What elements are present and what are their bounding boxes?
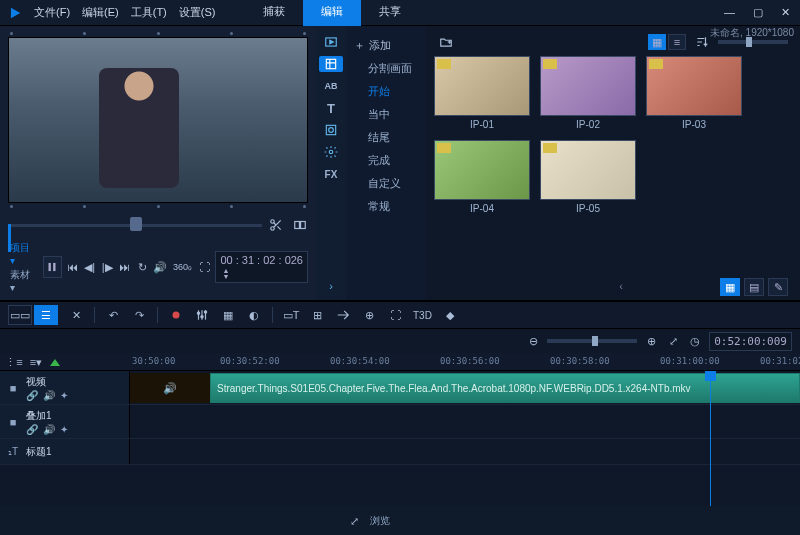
close-button[interactable]: ✕ <box>777 6 794 19</box>
redo-icon[interactable]: ↷ <box>131 307 147 323</box>
thumb-item[interactable]: IP-04 <box>434 140 530 214</box>
tab-edit[interactable]: 编辑 <box>303 0 361 26</box>
folder-add-icon[interactable] <box>438 34 454 50</box>
fit-project-icon[interactable]: ⤢ <box>665 333 681 349</box>
track-lane[interactable] <box>130 405 800 438</box>
view-grid-icon[interactable]: ▦ <box>648 34 666 50</box>
thumb-item[interactable]: IP-02 <box>540 56 636 130</box>
loop-icon[interactable]: ↻ <box>135 259 148 275</box>
thumb-label: IP-03 <box>682 119 706 130</box>
go-start-icon[interactable]: ⏮ <box>66 259 79 275</box>
step-back-icon[interactable]: ◀| <box>83 259 96 275</box>
expand-icon[interactable]: ⤢ <box>346 513 362 529</box>
maximize-button[interactable]: ▢ <box>749 6 767 19</box>
submenu-end[interactable]: 结尾 <box>346 126 426 149</box>
eraser-icon[interactable]: ◆ <box>442 307 458 323</box>
svg-line-5 <box>274 223 276 225</box>
pan-zoom-icon[interactable]: ⛶ <box>387 307 403 323</box>
step-fwd-icon[interactable]: |▶ <box>101 259 114 275</box>
multiview-icon[interactable]: ⊞ <box>309 307 325 323</box>
thumb-label: IP-04 <box>470 203 494 214</box>
preview-mode-project[interactable]: 项目 ▾ <box>8 240 35 267</box>
subtitle-icon[interactable]: ▭T <box>283 307 299 323</box>
video-preview[interactable] <box>8 37 308 203</box>
view-list-icon[interactable]: ≡ <box>668 34 686 50</box>
tc-down-icon[interactable]: ▼ <box>222 274 229 280</box>
template-icon[interactable] <box>319 56 343 72</box>
mask-icon[interactable]: ◐ <box>246 307 262 323</box>
transition-ab-icon[interactable]: AB <box>323 78 339 94</box>
submenu-start[interactable]: 开始 <box>346 80 426 103</box>
filter-icon[interactable] <box>323 144 339 160</box>
track-menu-icon[interactable]: ⋮≡ <box>6 354 22 370</box>
preview-scrubber[interactable] <box>8 216 308 234</box>
menu-settings[interactable]: 设置(S) <box>179 5 216 20</box>
title-3d-icon[interactable]: T3D <box>413 307 432 323</box>
play-pause-button[interactable] <box>43 256 62 278</box>
tracking-icon[interactable]: ⊕ <box>361 307 377 323</box>
svg-point-2 <box>271 227 275 231</box>
zoom-in-icon[interactable]: ⊕ <box>643 333 659 349</box>
record-icon[interactable] <box>168 307 184 323</box>
volume-icon[interactable]: 🔊 <box>153 259 167 275</box>
track-fx-icon[interactable]: ✦ <box>60 424 68 435</box>
storyboard-mode-icon[interactable]: ▭▭ <box>8 305 32 325</box>
auto-music-icon[interactable]: ▦ <box>220 307 236 323</box>
mute-icon[interactable]: 🔊 <box>43 390 55 401</box>
submenu-split[interactable]: 分割画面 <box>346 57 426 80</box>
submenu-custom[interactable]: 自定义 <box>346 172 426 195</box>
project-duration[interactable]: 0:52:00:009 <box>709 332 792 351</box>
clock-icon[interactable]: ◷ <box>687 333 703 349</box>
media-icon[interactable] <box>323 34 339 50</box>
track-sort-icon[interactable]: ≡▾ <box>28 354 44 370</box>
svg-point-14 <box>329 128 334 133</box>
audio-mixer-icon[interactable] <box>194 307 210 323</box>
link-icon[interactable]: 🔗 <box>26 390 38 401</box>
submenu-general[interactable]: 常规 <box>346 195 426 218</box>
menu-tools[interactable]: 工具(T) <box>131 5 167 20</box>
panel-options-icon[interactable]: ▤ <box>744 278 764 296</box>
timeline-mode-icon[interactable]: ☰ <box>34 305 58 325</box>
zoom-out-icon[interactable]: ⊖ <box>525 333 541 349</box>
panel-edit-icon[interactable]: ✎ <box>768 278 788 296</box>
library-add-button[interactable]: ＋ 添加 <box>346 34 426 57</box>
track-fx-icon[interactable]: ✦ <box>60 390 68 401</box>
undo-icon[interactable]: ↶ <box>105 307 121 323</box>
tab-capture[interactable]: 捕获 <box>245 0 303 26</box>
scissors-icon[interactable] <box>268 217 284 233</box>
view-360-button[interactable]: 360₀ <box>171 259 194 275</box>
preview-mode-clip[interactable]: 素材 ▾ <box>8 267 35 294</box>
link-icon[interactable]: 🔗 <box>26 424 38 435</box>
fx-icon[interactable]: FX <box>321 166 341 182</box>
sort-icon[interactable] <box>694 34 710 50</box>
submenu-center[interactable]: 当中 <box>346 103 426 126</box>
tab-share[interactable]: 共享 <box>361 0 419 26</box>
browse-label[interactable]: 浏览 <box>370 514 390 528</box>
mute-icon[interactable]: 🔊 <box>43 424 55 435</box>
go-end-icon[interactable]: ⏭ <box>118 259 131 275</box>
tools-icon[interactable]: ✕ <box>68 307 84 323</box>
menu-file[interactable]: 文件(F) <box>34 5 70 20</box>
panel-library-icon[interactable]: ▦ <box>720 278 740 296</box>
track-lane[interactable] <box>130 439 800 464</box>
collapse-left-icon[interactable]: ‹ <box>613 278 629 294</box>
zoom-slider[interactable] <box>547 339 637 343</box>
fullscreen-icon[interactable]: ⛶ <box>198 259 211 275</box>
thumbnail-size-slider[interactable] <box>718 40 788 44</box>
track-lane[interactable]: 🔊 Stranger.Things.S01E05.Chapter.Five.Th… <box>130 371 800 404</box>
title-t-icon[interactable]: T <box>323 100 339 116</box>
minimize-button[interactable]: — <box>720 6 739 19</box>
split-clip-icon[interactable] <box>292 217 308 233</box>
thumb-item[interactable]: IP-05 <box>540 140 636 214</box>
graphics-icon[interactable] <box>323 122 339 138</box>
playhead[interactable] <box>710 371 711 506</box>
collapse-up-icon[interactable] <box>50 359 60 366</box>
motion-icon[interactable] <box>335 307 351 323</box>
timeline-ruler[interactable]: ⋮≡ ≡▾ 30:50:00 00:30:52:00 00:30:54:00 0… <box>0 353 800 371</box>
thumb-item[interactable]: IP-03 <box>646 56 742 130</box>
thumb-item[interactable]: IP-01 <box>434 56 530 130</box>
menu-edit[interactable]: 编辑(E) <box>82 5 119 20</box>
preview-timecode[interactable]: 00 : 31 : 02 : 026 ▲▼ <box>215 251 308 283</box>
arrow-right-icon[interactable]: › <box>323 278 339 294</box>
submenu-complete[interactable]: 完成 <box>346 149 426 172</box>
